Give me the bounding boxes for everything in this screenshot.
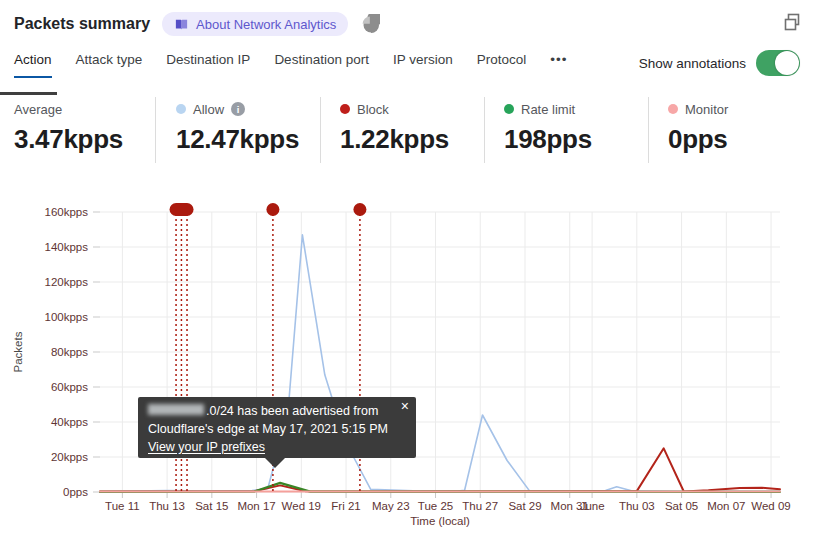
y-tick-label: 40kpps <box>51 416 88 428</box>
annotation-marker[interactable] <box>266 203 279 216</box>
stat-average-value: 3.47kpps <box>14 124 123 155</box>
allow-dot-icon <box>176 104 186 114</box>
stat-monitor-label: Monitor <box>685 102 728 117</box>
stat-block[interactable]: Block 1.22kpps <box>340 100 449 155</box>
tab-destination-ip[interactable]: Destination IP <box>166 52 250 78</box>
show-annotations-toggle[interactable] <box>756 50 800 76</box>
x-tick-label: Thu 03 <box>619 500 655 512</box>
stat-allow-value: 12.47kpps <box>176 124 299 155</box>
y-tick-label: 20kpps <box>51 451 88 463</box>
stat-allow-label: Allow <box>193 102 224 117</box>
popout-icon[interactable] <box>782 12 802 32</box>
header: Packets summary About Network Analytics <box>14 10 380 38</box>
tooltip-line2: Cloudflare's edge at May 17, 2021 5:15 P… <box>148 421 406 439</box>
tooltip-line1: .0/24 has been advertised from <box>148 403 406 421</box>
x-tick-label: Tue 25 <box>418 500 453 512</box>
stat-allow[interactable]: Allow i 12.47kpps <box>176 100 299 155</box>
x-tick-label: Sat 05 <box>665 500 698 512</box>
annotation-marker[interactable] <box>353 203 366 216</box>
info-icon[interactable]: i <box>231 102 245 116</box>
x-tick-label: Wed 19 <box>282 500 321 512</box>
stat-average-label: Average <box>14 102 62 117</box>
stat-divider <box>320 97 321 163</box>
redacted-ip-prefix <box>148 404 204 415</box>
block-dot-icon <box>340 104 350 114</box>
tab-protocol[interactable]: Protocol <box>477 52 527 78</box>
stat-monitor[interactable]: Monitor 0pps <box>668 100 728 155</box>
x-tick-label: Wed 09 <box>751 500 790 512</box>
x-tick-label: Fri 21 <box>331 500 360 512</box>
stat-block-label: Block <box>357 102 389 117</box>
stat-divider <box>648 97 649 163</box>
about-badge-label: About Network Analytics <box>196 17 336 32</box>
x-tick-label: May 23 <box>372 500 410 512</box>
x-tick-label: Thu 13 <box>149 500 185 512</box>
stat-rate-limit-label: Rate limit <box>521 102 575 117</box>
tooltip-caret <box>264 457 286 468</box>
toggle-knob <box>775 51 799 75</box>
x-tick-label: Sat 15 <box>195 500 228 512</box>
tab-destination-port[interactable]: Destination port <box>274 52 369 78</box>
x-axis-title: Time (local) <box>410 515 470 527</box>
stat-block-value: 1.22kpps <box>340 124 449 155</box>
y-tick-label: 120kpps <box>45 276 89 288</box>
stat-divider <box>484 97 485 163</box>
y-tick-label: 60kpps <box>51 381 88 393</box>
y-tick-label: 0pps <box>63 486 88 498</box>
stat-monitor-value: 0pps <box>668 124 728 155</box>
x-tick-label: June <box>580 500 605 512</box>
about-network-analytics-badge[interactable]: About Network Analytics <box>162 12 348 36</box>
annotation-cluster-marker[interactable] <box>170 203 194 216</box>
stat-divider <box>155 97 156 163</box>
tab-attack-type[interactable]: Attack type <box>76 52 143 78</box>
stat-rate-limit-value: 198pps <box>504 124 592 155</box>
monitor-dot-icon <box>668 104 678 114</box>
y-axis-title: Packets <box>12 331 24 372</box>
tab-ip-version[interactable]: IP version <box>393 52 453 78</box>
show-annotations-row: Show annotations <box>639 50 800 76</box>
tab-action[interactable]: Action <box>14 52 52 78</box>
chart-grid: 0pps20kpps40kpps60kpps80kpps100kpps120kp… <box>45 206 791 512</box>
x-tick-label: Sat 29 <box>508 500 541 512</box>
stat-average[interactable]: Average 3.47kpps <box>14 100 123 155</box>
tabs-more-button[interactable]: ••• <box>550 52 567 78</box>
x-tick-label: Tue 11 <box>105 500 140 512</box>
x-tick-label: Mon 17 <box>237 500 275 512</box>
packets-summary-panel: Packets summary About Network Analytics … <box>0 0 816 545</box>
selected-stat-indicator <box>0 92 57 95</box>
stat-rate-limit[interactable]: Rate limit 198pps <box>504 100 592 155</box>
show-annotations-label: Show annotations <box>639 56 746 71</box>
page-title: Packets summary <box>14 15 150 33</box>
book-icon <box>174 17 189 32</box>
y-tick-label: 100kpps <box>45 311 89 323</box>
y-tick-label: 160kpps <box>45 206 89 218</box>
y-tick-label: 140kpps <box>45 241 89 253</box>
pie-chart-icon[interactable] <box>360 14 380 34</box>
annotation-tooltip: .0/24 has been advertised from Cloudflar… <box>138 397 416 458</box>
x-tick-label: Thu 27 <box>462 500 498 512</box>
packets-line-chart: 0pps20kpps40kpps60kpps80kpps100kpps120kp… <box>0 190 816 545</box>
x-tick-label: Mon 07 <box>707 500 745 512</box>
view-ip-prefixes-link[interactable]: View your IP prefixes <box>148 440 265 454</box>
rate-limit-dot-icon <box>504 104 514 114</box>
dimension-tabs: Action Attack type Destination IP Destin… <box>14 52 567 78</box>
tooltip-close-icon[interactable]: × <box>401 399 409 413</box>
y-tick-label: 80kpps <box>51 346 88 358</box>
